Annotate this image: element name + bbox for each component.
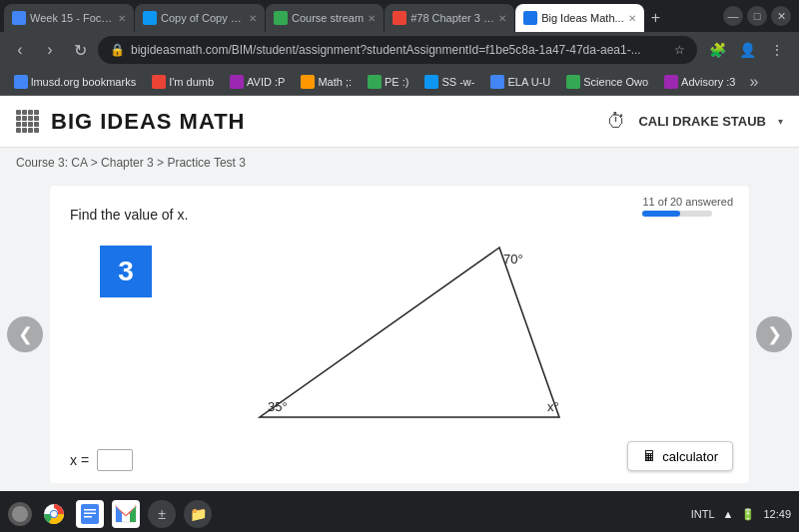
bookmark-ss[interactable]: SS -w-: [418, 73, 480, 91]
new-tab-button[interactable]: +: [645, 9, 666, 27]
tab-week15[interactable]: Week 15 - Focus... ✕: [4, 4, 134, 32]
answer-label: x =: [70, 452, 89, 468]
profile-icon[interactable]: 👤: [733, 36, 761, 64]
maximize-button[interactable]: □: [747, 6, 767, 26]
progress-text: 11 of 20 answered: [642, 196, 733, 208]
left-nav: ❮: [0, 178, 50, 491]
tab-close-icon[interactable]: ✕: [368, 13, 376, 24]
main-area: ❮ 11 of 20 answered 3 Find the value of …: [0, 178, 799, 491]
tab-favicon: [393, 11, 406, 25]
progress-bar: [642, 211, 712, 217]
locale-label: INTL: [691, 508, 715, 520]
bookmark-label: Math ;:: [318, 76, 352, 88]
minimize-button[interactable]: —: [723, 6, 743, 26]
close-button[interactable]: ✕: [771, 6, 791, 26]
triangle-svg: 70° 35° x°: [230, 228, 569, 437]
user-name: CALI DRAKE STAUB: [638, 114, 766, 129]
tab-chapter3[interactable]: #78 Chapter 3 P... ✕: [385, 4, 514, 32]
star-icon[interactable]: ☆: [674, 43, 685, 57]
bookmark-label: I'm dumb: [169, 76, 214, 88]
angle-top-label: 70°: [503, 252, 523, 266]
bookmark-science[interactable]: Science Owo: [560, 73, 654, 91]
angle-bottom-left-label: 35°: [268, 399, 288, 414]
menu-icon[interactable]: ⋮: [763, 36, 791, 64]
gmail-app-icon[interactable]: [112, 500, 140, 528]
bookmark-lmusd[interactable]: lmusd.org bookmarks: [8, 73, 142, 91]
bookmarks-bar: lmusd.org bookmarks I'm dumb AVID :P Mat…: [0, 68, 799, 96]
header-right: ⏱ CALI DRAKE STAUB ▾: [606, 110, 783, 133]
bookmark-favicon: [14, 75, 28, 89]
breadcrumb: Course 3: CA > Chapter 3 > Practice Test…: [0, 148, 799, 178]
url-text: bigideasmath.com/BIM/student/assignment?…: [131, 43, 668, 57]
calculator-icon: 🖩: [642, 448, 656, 464]
address-bar: ‹ › ↻ 🔒 bigideasmath.com/BIM/student/ass…: [0, 32, 799, 68]
extensions-icon[interactable]: 🧩: [703, 36, 731, 64]
chrome-app-icon[interactable]: [40, 500, 68, 528]
bookmark-favicon: [424, 75, 438, 89]
progress-info: 11 of 20 answered: [642, 196, 733, 217]
tab-favicon: [523, 11, 537, 25]
bookmark-favicon: [490, 75, 504, 89]
os-launcher[interactable]: [8, 502, 32, 526]
os-status-bar: INTL ▲ 🔋 12:49: [691, 508, 791, 521]
bim-logo: BIG IDEAS MATH: [51, 109, 245, 135]
files-app-icon[interactable]: 📁: [184, 500, 212, 528]
question-area: 11 of 20 answered 3 Find the value of x.…: [50, 186, 749, 483]
grid-menu-icon[interactable]: [16, 110, 39, 133]
svg-rect-7: [84, 516, 92, 518]
bookmark-pe[interactable]: PE :): [362, 73, 414, 91]
tab-label: Copy of Copy of...: [161, 12, 245, 24]
angle-bottom-right-label: x°: [547, 399, 559, 414]
progress-bar-fill: [642, 211, 680, 217]
back-button[interactable]: ‹: [8, 38, 32, 62]
bim-header: BIG IDEAS MATH ⏱ CALI DRAKE STAUB ▾: [0, 96, 799, 148]
svg-point-3: [51, 511, 57, 517]
tab-label: Course stream: [292, 12, 364, 24]
tab-favicon: [143, 11, 157, 25]
bookmark-imdumb[interactable]: I'm dumb: [146, 73, 220, 91]
user-dropdown-icon[interactable]: ▾: [778, 116, 783, 127]
tab-close-icon[interactable]: ✕: [628, 13, 636, 24]
prev-question-button[interactable]: ❮: [7, 316, 43, 352]
tab-bar: Week 15 - Focus... ✕ Copy of Copy of... …: [0, 0, 799, 32]
launcher-icon: [12, 506, 28, 522]
question-number: 3: [118, 256, 134, 287]
svg-marker-0: [260, 248, 559, 417]
next-question-button[interactable]: ❯: [756, 316, 792, 352]
bookmark-advisory[interactable]: Advisory :3: [658, 73, 741, 91]
question-number-badge: 3: [100, 246, 152, 297]
bookmark-label: lmusd.org bookmarks: [31, 76, 136, 88]
bookmark-math[interactable]: Math ;:: [295, 73, 358, 91]
reload-button[interactable]: ↻: [68, 38, 92, 62]
wifi-icon: ▲: [723, 508, 734, 520]
triangle-diagram: 70° 35° x°: [70, 228, 729, 437]
bookmark-label: Science Owo: [583, 76, 648, 88]
bookmark-ela[interactable]: ELA U-U: [484, 73, 556, 91]
docs-app-icon[interactable]: [76, 500, 104, 528]
tab-course-stream[interactable]: Course stream ✕: [266, 4, 384, 32]
answer-input[interactable]: [97, 449, 133, 471]
bookmarks-overflow[interactable]: »: [745, 73, 762, 91]
tab-close-icon[interactable]: ✕: [498, 13, 506, 24]
calculator-app-icon[interactable]: ±: [148, 500, 176, 528]
svg-rect-6: [84, 513, 96, 515]
bookmark-favicon: [664, 75, 678, 89]
toolbar-icons: 🧩 👤 ⋮: [703, 36, 791, 64]
forward-button[interactable]: ›: [38, 38, 62, 62]
tab-close-icon[interactable]: ✕: [118, 13, 126, 24]
tab-close-icon[interactable]: ✕: [249, 13, 257, 24]
bookmark-favicon: [301, 75, 315, 89]
bookmark-favicon: [566, 75, 580, 89]
url-bar[interactable]: 🔒 bigideasmath.com/BIM/student/assignmen…: [98, 36, 697, 64]
bookmark-avid[interactable]: AVID :P: [224, 73, 291, 91]
bookmark-favicon: [230, 75, 244, 89]
calculator-label: calculator: [662, 449, 718, 464]
breadcrumb-text: Course 3: CA > Chapter 3 > Practice Test…: [16, 156, 246, 170]
bookmark-label: ELA U-U: [507, 76, 550, 88]
tab-bigideas[interactable]: Big Ideas Math... ✕: [515, 4, 644, 32]
tab-copy[interactable]: Copy of Copy of... ✕: [135, 4, 265, 32]
time-label: 12:49: [763, 508, 791, 520]
bookmark-label: PE :): [385, 76, 408, 88]
tab-favicon: [274, 11, 288, 25]
calculator-button[interactable]: 🖩 calculator: [627, 441, 733, 471]
